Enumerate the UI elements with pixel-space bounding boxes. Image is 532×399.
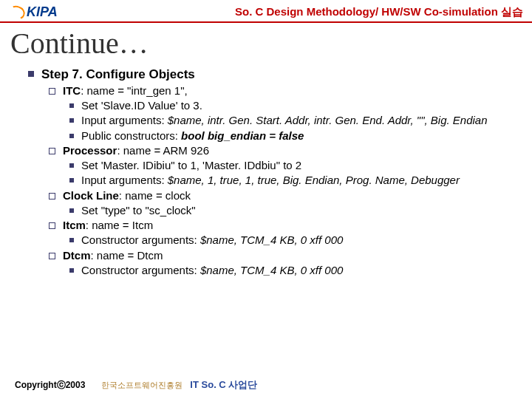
open-square-bullet-icon — [49, 193, 55, 200]
list-item-text: Dtcm: name = Dtcm — [63, 248, 163, 263]
sub-list-item: Input arguments: $name, intr. Gen. Start… — [69, 113, 532, 128]
list-item: Dtcm: name = Dtcm — [49, 248, 532, 263]
list-item-text: Processor: name = ARM 926 — [63, 143, 209, 158]
small-square-bullet-icon — [69, 118, 74, 123]
sub-list-item-text: Set 'Slave.ID Value' to 3. — [81, 98, 202, 113]
list-item-text: Itcm: name = Itcm — [63, 218, 153, 233]
slide-title: Continue… — [10, 26, 532, 61]
sub-list-item: Constructor arguments: $name, TCM_4 KB, … — [69, 263, 532, 278]
list-item-text: ITC: name = "intr_gen 1", — [63, 83, 188, 98]
footer-label: 한국소프트웨어진흥원 — [101, 380, 183, 391]
sub-list-item-text: Constructor arguments: $name, TCM_4 KB, … — [81, 233, 343, 248]
sub-list-item: Input arguments: $name, 1, true, 1, true… — [69, 173, 532, 188]
sub-list-item: Public constructors: bool big_endian = f… — [69, 129, 532, 143]
content-area: Step 7. Configure Objects ITC: name = "i… — [28, 66, 532, 278]
list-item: Clock Line: name = clock — [49, 188, 532, 203]
square-bullet-icon — [28, 71, 34, 77]
step-heading: Step 7. Configure Objects — [41, 66, 195, 83]
sub-list-item-text: Constructor arguments: $name, TCM_4 KB, … — [81, 263, 343, 278]
sub-list-item-text: Input arguments: $name, 1, true, 1, true… — [81, 173, 460, 188]
list-item: Itcm: name = Itcm — [49, 218, 532, 233]
sub-list-item: Set "type" to "sc_clock" — [69, 203, 532, 218]
list-item: ITC: name = "intr_gen 1", — [49, 83, 532, 98]
open-square-bullet-icon — [49, 253, 55, 259]
logo-swoosh-icon — [7, 3, 27, 21]
slide-header: KIPA So. C Design Methodology/ HW/SW Co-… — [0, 0, 532, 23]
open-square-bullet-icon — [49, 88, 55, 95]
logo: KIPA — [9, 4, 58, 20]
small-square-bullet-icon — [69, 163, 74, 168]
small-square-bullet-icon — [69, 178, 74, 183]
copyright-text: Copyrightⓒ2003 — [15, 379, 85, 392]
sub-list-item: Set 'Master. IDibiu" to 1, 'Master. IDdb… — [69, 158, 532, 173]
open-square-bullet-icon — [49, 148, 55, 154]
small-square-bullet-icon — [69, 134, 74, 138]
sub-list-item: Constructor arguments: $name, TCM_4 KB, … — [69, 233, 532, 248]
open-square-bullet-icon — [49, 222, 55, 229]
small-square-bullet-icon — [69, 208, 74, 213]
sub-list-item-text: Public constructors: bool big_endian = f… — [81, 129, 304, 143]
sub-list-item: Set 'Slave.ID Value' to 3. — [69, 98, 532, 113]
header-title: So. C Design Methodology/ HW/SW Co-simul… — [235, 5, 523, 19]
sub-list-item-text: Input arguments: $name, intr. Gen. Start… — [81, 113, 488, 128]
small-square-bullet-icon — [69, 103, 74, 108]
small-square-bullet-icon — [69, 238, 74, 242]
logo-text: KIPA — [27, 4, 58, 20]
step-heading-row: Step 7. Configure Objects — [28, 66, 532, 83]
small-square-bullet-icon — [69, 268, 74, 273]
sub-list-item-text: Set "type" to "sc_clock" — [81, 203, 196, 218]
items-container: ITC: name = "intr_gen 1",Set 'Slave.ID V… — [28, 83, 532, 278]
list-item: Processor: name = ARM 926 — [49, 143, 532, 158]
sub-list-item-text: Set 'Master. IDibiu" to 1, 'Master. IDdb… — [81, 158, 301, 173]
footer-org: IT So. C 사업단 — [190, 378, 257, 392]
footer: Copyrightⓒ2003 한국소프트웨어진흥원 IT So. C 사업단 — [15, 378, 257, 392]
list-item-text: Clock Line: name = clock — [63, 188, 191, 203]
